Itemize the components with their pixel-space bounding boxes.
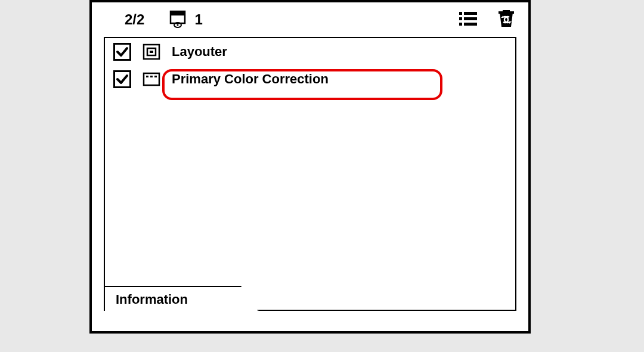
svg-rect-4 xyxy=(459,12,462,15)
svg-rect-5 xyxy=(464,12,477,15)
effect-checkbox[interactable] xyxy=(113,43,131,61)
effects-panel: 2/2 1 xyxy=(89,0,531,334)
effects-list: Layouter Primary Color Correction In xyxy=(104,37,516,311)
tab-label: Information xyxy=(116,292,188,307)
effect-checkbox[interactable] xyxy=(113,70,131,88)
svg-rect-1 xyxy=(171,11,185,15)
toolbar-left: 2/2 1 xyxy=(125,9,203,30)
layouter-icon xyxy=(142,43,161,60)
svg-point-3 xyxy=(177,24,179,26)
window-view-icon[interactable] xyxy=(168,9,187,30)
effect-label: Primary Color Correction xyxy=(172,71,329,87)
list-icon[interactable] xyxy=(458,10,478,30)
view-count: 1 xyxy=(168,9,202,30)
svg-rect-7 xyxy=(464,17,477,20)
svg-rect-18 xyxy=(146,76,148,77)
color-correction-icon xyxy=(142,71,161,88)
view-number: 1 xyxy=(194,11,202,28)
toolbar-right xyxy=(458,8,516,32)
effect-row[interactable]: Primary Color Correction xyxy=(105,66,515,93)
tab-information[interactable]: Information xyxy=(104,286,259,311)
svg-rect-11 xyxy=(499,11,514,14)
effect-label: Layouter xyxy=(172,44,227,60)
effect-counter: 2/2 xyxy=(125,11,144,28)
svg-rect-8 xyxy=(459,23,462,26)
toolbar: 2/2 1 xyxy=(92,2,528,37)
svg-rect-6 xyxy=(459,17,462,20)
svg-rect-17 xyxy=(144,73,159,85)
recycle-icon[interactable] xyxy=(496,8,516,32)
svg-rect-20 xyxy=(154,76,157,77)
effect-row[interactable]: Layouter xyxy=(105,38,515,66)
svg-rect-9 xyxy=(464,23,477,26)
svg-rect-16 xyxy=(150,51,153,53)
svg-rect-19 xyxy=(150,76,153,77)
